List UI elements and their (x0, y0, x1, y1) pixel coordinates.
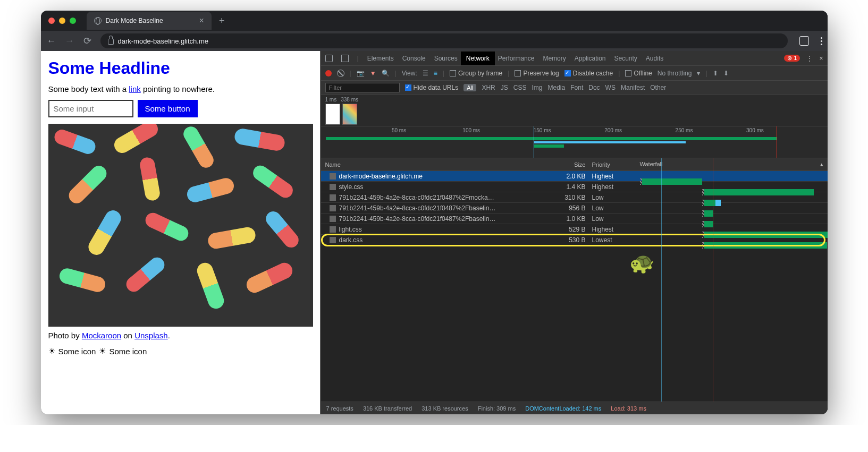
filter-doc[interactable]: Doc (588, 84, 600, 91)
filter-input[interactable] (325, 83, 400, 92)
browser-menu-button[interactable] (821, 37, 822, 45)
close-tab-button[interactable]: × (199, 16, 204, 25)
group-checkbox[interactable]: Group by frame (450, 70, 502, 77)
filter-media[interactable]: Media (548, 84, 566, 91)
view-large-icon[interactable]: ☰ (423, 70, 428, 77)
tab-memory[interactable]: Memory (543, 55, 566, 62)
network-row[interactable]: dark-mode-baseline.glitch.me2.0 KBHighes… (321, 171, 828, 182)
network-grid: Name Size Priority Waterfall▴ dark-mode-… (321, 158, 828, 402)
reload-button[interactable]: ⟳ (82, 35, 93, 47)
caption-site-link[interactable]: Unsplash (134, 331, 168, 340)
tab-elements[interactable]: Elements (367, 55, 394, 62)
grid-header: Name Size Priority Waterfall▴ (321, 158, 828, 171)
overview-time: 1 ms (325, 97, 337, 103)
col-waterfall[interactable]: Waterfall▴ (640, 161, 828, 168)
tab-network[interactable]: Network (461, 52, 495, 65)
filter-font[interactable]: Font (570, 84, 583, 91)
download-icon[interactable]: ⬇ (723, 70, 729, 77)
filter-all[interactable]: All (464, 84, 476, 91)
record-button[interactable] (325, 70, 332, 76)
new-tab-button[interactable]: + (219, 15, 225, 27)
error-badge[interactable]: ⊗ 1 (784, 55, 800, 62)
close-window-button[interactable] (48, 18, 55, 24)
tab-application[interactable]: Application (575, 55, 606, 62)
tab-security[interactable]: Security (614, 55, 637, 62)
filter-xhr[interactable]: XHR (482, 84, 495, 91)
page-headline: Some Headline (48, 58, 313, 78)
devtools-menu-icon[interactable]: ⋮ (806, 55, 813, 62)
network-row[interactable]: 791b2241-459b-4a2e-8cca-c0fdc21f0487%2Fb… (321, 203, 828, 214)
preserve-checkbox[interactable]: Preserve log (515, 70, 559, 77)
submit-button[interactable]: Some button (138, 100, 198, 117)
inspect-icon[interactable] (325, 55, 333, 62)
maximize-window-button[interactable] (70, 18, 76, 24)
devtools-tabs: | Elements Console Sources Network Perfo… (321, 51, 828, 66)
col-priority[interactable]: Priority (592, 161, 640, 168)
overview-strip[interactable]: 1 ms338 ms (321, 95, 828, 126)
status-transferred: 316 KB transferred (363, 405, 412, 412)
url-text: dark-mode-baseline.glitch.me (118, 37, 209, 45)
titlebar: Dark Mode Baseline × + (41, 11, 828, 31)
hide-urls-checkbox[interactable]: Hide data URLs (405, 84, 459, 91)
clear-button[interactable] (337, 70, 344, 77)
timeline[interactable]: 50 ms 100 ms 150 ms 200 ms 250 ms 300 ms (321, 126, 828, 158)
body-text: Some body text with a (48, 84, 129, 93)
webpage: Some Headline Some body text with a link… (41, 51, 321, 414)
filter-manifest[interactable]: Manifest (621, 84, 645, 91)
filter-img[interactable]: Img (532, 84, 543, 91)
network-row[interactable]: 791b2241-459b-4a2e-8cca-c0fdc21f0487%2Fb… (321, 214, 828, 224)
caption-author-link[interactable]: Mockaroon (82, 331, 121, 340)
globe-icon (94, 17, 102, 24)
col-name[interactable]: Name (321, 161, 496, 168)
filter-ws[interactable]: WS (605, 84, 616, 91)
forward-button[interactable]: → (64, 36, 75, 47)
text-input[interactable] (48, 100, 133, 117)
network-row[interactable]: light.css529 BHighest (321, 224, 828, 235)
tab-sources[interactable]: Sources (434, 55, 458, 62)
minimize-window-button[interactable] (59, 18, 65, 24)
window-controls (48, 18, 76, 24)
view-waterfall-icon[interactable]: ≡ (434, 70, 437, 77)
tab-audits[interactable]: Audits (646, 55, 663, 62)
col-size[interactable]: Size (496, 161, 592, 168)
overview-size: 338 ms (341, 97, 358, 103)
upload-icon[interactable]: ⬆ (713, 70, 718, 77)
sun-icon: ☀ (99, 346, 106, 356)
status-resources: 313 KB resources (422, 405, 468, 412)
network-toolbar: | 📷 ▼ 🔍 | View: ☰ ≡ | Group by frame | P… (321, 66, 828, 81)
hero-image (48, 124, 313, 327)
network-row[interactable]: style.css1.4 KBHighest (321, 182, 828, 192)
back-button[interactable]: ← (46, 36, 57, 47)
tab-performance[interactable]: Performance (498, 55, 535, 62)
turtle-emoji: 🐢 (629, 251, 654, 275)
device-toggle-icon[interactable] (341, 55, 349, 62)
view-label: View: (402, 70, 417, 77)
tab-title: Dark Mode Baseline (106, 17, 163, 24)
status-requests: 7 requests (326, 405, 353, 412)
filter-icon[interactable]: ▼ (370, 70, 376, 77)
icon-label-2: Some icon (109, 347, 147, 356)
extensions-button[interactable] (799, 36, 809, 46)
tab-console[interactable]: Console (402, 55, 426, 62)
camera-icon[interactable]: 📷 (357, 70, 365, 77)
form-row: Some button (48, 100, 313, 117)
throttling-select[interactable]: No throttling (658, 70, 692, 77)
body-link[interactable]: link (129, 84, 141, 93)
filmstrip-frame[interactable] (342, 104, 357, 125)
lock-icon (108, 39, 114, 45)
devtools-close-button[interactable]: × (819, 55, 823, 62)
caption-prefix: Photo by (48, 331, 82, 340)
url-bar[interactable]: dark-mode-baseline.glitch.me (100, 33, 788, 48)
time-mark: 50 ms (392, 127, 406, 133)
filmstrip-frame[interactable] (325, 104, 340, 125)
search-icon[interactable]: 🔍 (382, 70, 390, 77)
browser-tab[interactable]: Dark Mode Baseline × (87, 12, 212, 30)
disable-cache-checkbox[interactable]: Disable cache (564, 70, 613, 77)
status-finish: Finish: 309 ms (478, 405, 516, 412)
offline-checkbox[interactable]: Offline (625, 70, 652, 77)
filter-css[interactable]: CSS (513, 84, 527, 91)
chevron-down-icon: ▾ (697, 70, 700, 77)
filter-other[interactable]: Other (650, 84, 666, 91)
filter-js[interactable]: JS (501, 84, 508, 91)
status-load: Load: 313 ms (611, 405, 646, 412)
